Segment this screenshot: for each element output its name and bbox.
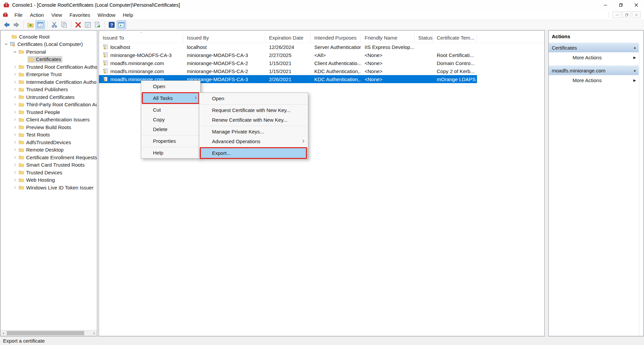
mdi-restore-button[interactable] — [622, 11, 631, 18]
show-hide-console-tree-button[interactable] — [36, 20, 45, 29]
submenu-item-advanced-operations[interactable]: Advanced Operations — [199, 136, 308, 146]
chevron-right-icon[interactable] — [12, 162, 18, 168]
copy-button[interactable] — [59, 20, 69, 29]
context-menu-item-open[interactable]: Open — [141, 81, 200, 91]
submenu-item-manage-private-keys[interactable]: Manage Private Keys... — [199, 127, 308, 136]
chevron-right-icon[interactable] — [12, 87, 18, 92]
scroll-thumb[interactable] — [7, 331, 84, 335]
cut-button[interactable] — [50, 20, 59, 29]
menu-file[interactable]: File — [11, 11, 26, 19]
tree-item-preview-build-roots[interactable]: Preview Build Roots — [1, 123, 97, 131]
tree-item-trusted-people[interactable]: Trusted People — [1, 108, 97, 116]
scroll-right-arrow[interactable]: › — [91, 330, 97, 336]
actions-section-header-moadfs-miniorange-com[interactable]: moadfs.miniorange.com▲ — [549, 65, 639, 75]
tree-item-trusted-publishers[interactable]: Trusted Publishers — [1, 86, 97, 94]
submenu-item-renew-certificate-with-new-key[interactable]: Renew Certificate with New Key... — [199, 115, 308, 125]
tree-item-certificate-enrollment-requests[interactable]: Certificate Enrollment Requests — [1, 154, 97, 161]
show-hide-action-pane-button[interactable] — [117, 20, 126, 29]
chevron-up-icon[interactable]: ▲ — [633, 46, 636, 49]
certificate-row[interactable]: miniorange-MOADFS-CA-3miniorange-MOADFS-… — [99, 51, 477, 59]
menu-favorites[interactable]: Favorites — [66, 11, 94, 19]
tree-item-console-root[interactable]: Console Root — [1, 33, 97, 41]
context-menu-item-all-tasks[interactable]: All Tasks — [141, 93, 200, 103]
tree-item-adfstrusteddevices[interactable]: AdfsTrustedDevices — [1, 138, 97, 146]
tree-horizontal-scrollbar[interactable]: ‹› — [1, 330, 97, 336]
certificate-row[interactable]: moadfs.miniorange.comminiorange-MOADFS-C… — [99, 67, 477, 75]
menu-view[interactable]: View — [48, 11, 66, 19]
more-actions-item[interactable]: More Actions▶ — [549, 52, 639, 62]
delete-button[interactable] — [73, 20, 83, 29]
submenu-item-export[interactable]: Export... — [199, 148, 308, 158]
tree-item-third-party-root-certification-au[interactable]: Third-Party Root Certification Au — [1, 101, 97, 109]
submenu-item-open[interactable]: Open — [199, 94, 308, 103]
chevron-right-icon[interactable] — [12, 102, 18, 107]
tree-item-personal[interactable]: Personal — [1, 48, 97, 56]
certificate-row[interactable]: localhostlocalhost12/26/2024Server Authe… — [99, 43, 477, 51]
chevron-right-icon[interactable] — [12, 94, 18, 100]
mdi-minimize-button[interactable] — [612, 11, 621, 18]
context-menu-item-help[interactable]: Help — [141, 148, 200, 158]
certificate-row[interactable]: moadfs.miniorange.comminiorange-MOADFS-C… — [99, 59, 477, 67]
context-menu-item-cut[interactable]: Cut — [141, 105, 200, 115]
submenu-item-request-certificate-with-new-key[interactable]: Request Certificate with New Key... — [199, 105, 308, 115]
chevron-right-icon[interactable] — [12, 132, 18, 137]
chevron-right-icon[interactable] — [12, 139, 18, 145]
context-menu-item-delete[interactable]: Delete — [141, 124, 200, 134]
chevron-right-icon[interactable] — [12, 64, 18, 69]
cell-text: 1/15/2021 — [269, 68, 291, 74]
column-header-intended-purposes[interactable]: Intended Purposes — [311, 34, 361, 43]
tree-item-enterprise-trust[interactable]: Enterprise Trust — [1, 71, 97, 78]
window-restore-button[interactable] — [613, 0, 629, 10]
export-list-button[interactable] — [93, 20, 102, 29]
help-button[interactable] — [107, 20, 116, 29]
tree-item-test-roots[interactable]: Test Roots — [1, 131, 97, 139]
column-header-certificate-tem[interactable]: Certificate Tem... — [433, 34, 477, 43]
chevron-right-icon[interactable] — [12, 177, 18, 183]
tree-item-trusted-devices[interactable]: Trusted Devices — [1, 169, 97, 176]
actions-panel-scrollbar[interactable] — [639, 43, 643, 336]
chevron-up-icon[interactable]: ▲ — [633, 69, 636, 72]
tree-item-intermediate-certification-autho[interactable]: Intermediate Certification Autho — [1, 78, 97, 86]
mdi-close-button[interactable] — [632, 11, 641, 18]
menu-window[interactable]: Window — [94, 11, 119, 19]
chevron-right-icon[interactable] — [12, 155, 18, 160]
properties-button[interactable] — [83, 20, 93, 29]
column-header-issued-by[interactable]: Issued By — [183, 34, 265, 43]
tree-item-untrusted-certificates[interactable]: Untrusted Certificates — [1, 93, 97, 101]
tree-item-smart-card-trusted-roots[interactable]: Smart Card Trusted Roots — [1, 161, 97, 169]
forward-button[interactable] — [12, 20, 21, 29]
menu-action[interactable]: Action — [26, 11, 48, 19]
actions-section-header-certificates[interactable]: Certificates▲ — [549, 43, 639, 52]
window-minimize-button[interactable] — [598, 0, 613, 10]
chevron-right-icon[interactable] — [12, 147, 18, 153]
chevron-down-icon[interactable] — [12, 49, 18, 54]
tree-item-client-authentication-issuers[interactable]: Client Authentication Issuers — [1, 116, 97, 124]
scroll-left-arrow[interactable]: ‹ — [1, 330, 6, 336]
up-one-level-button[interactable] — [26, 20, 35, 29]
chevron-right-icon[interactable] — [12, 170, 18, 175]
chevron-right-icon[interactable] — [12, 185, 18, 190]
chevron-right-icon[interactable] — [12, 109, 18, 115]
chevron-right-icon[interactable] — [12, 79, 18, 84]
context-menu-item-properties[interactable]: Properties — [141, 136, 200, 146]
column-header-issued-to[interactable]: Issued To — [99, 34, 183, 43]
menu-help[interactable]: Help — [119, 11, 137, 19]
tree-item-label-wrap: Trusted Devices — [18, 169, 64, 176]
column-header-status[interactable]: Status — [415, 34, 433, 43]
tree-item-web-hosting[interactable]: Web Hosting — [1, 176, 97, 184]
tree-item-windows-live-id-token-issuer[interactable]: Windows Live ID Token Issuer — [1, 184, 97, 191]
tree-item-certificates[interactable]: Certificates — [1, 56, 97, 63]
tree-item-certificates-local-computer[interactable]: Certificates (Local Computer) — [1, 41, 97, 48]
window-close-button[interactable] — [629, 0, 644, 10]
column-header-friendly-name[interactable]: Friendly Name — [361, 34, 415, 43]
column-header-expiration-date[interactable]: Expiration Date — [265, 34, 311, 43]
context-menu-item-copy[interactable]: Copy — [141, 115, 200, 124]
back-button[interactable] — [2, 20, 11, 29]
chevron-right-icon[interactable] — [12, 117, 18, 122]
chevron-right-icon[interactable] — [12, 124, 18, 130]
tree-item-remote-desktop[interactable]: Remote Desktop — [1, 146, 97, 154]
chevron-right-icon[interactable] — [12, 72, 18, 77]
tree-item-trusted-root-certification-autho[interactable]: Trusted Root Certification Autho — [1, 63, 97, 71]
chevron-down-icon[interactable] — [3, 42, 9, 47]
more-actions-item[interactable]: More Actions▶ — [549, 75, 639, 85]
